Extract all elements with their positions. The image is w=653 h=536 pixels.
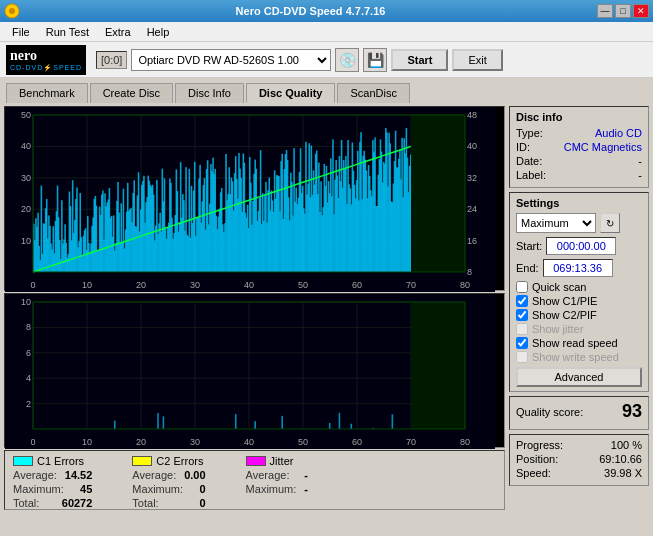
show-c1-pie-checkbox[interactable] — [516, 295, 528, 307]
quality-section: Quality score: 93 — [509, 396, 649, 430]
legend-c1-color — [13, 456, 33, 466]
quality-score-row: Quality score: 93 — [516, 401, 642, 422]
legend-c1-label: C1 Errors — [37, 455, 84, 467]
menu-run-test[interactable]: Run Test — [38, 24, 97, 40]
show-read-speed-row: Show read speed — [516, 337, 642, 349]
secondary-chart — [4, 293, 505, 448]
position-value: 69:10.66 — [599, 453, 642, 465]
legend-c1-header: C1 Errors — [13, 455, 92, 467]
menu-help[interactable]: Help — [139, 24, 178, 40]
settings-start-input[interactable] — [546, 237, 616, 255]
disc-info-section: Disc info Type: Audio CD ID: CMC Magneti… — [509, 106, 649, 188]
main-content: C1 Errors Average: 14.52 Maximum: 45 Tot… — [0, 102, 653, 532]
maximize-button[interactable]: □ — [615, 4, 631, 18]
settings-refresh-button[interactable]: ↻ — [600, 213, 620, 233]
right-panel: Disc info Type: Audio CD ID: CMC Magneti… — [509, 106, 649, 528]
settings-title: Settings — [516, 197, 642, 209]
show-read-speed-label: Show read speed — [532, 337, 618, 349]
exit-button[interactable]: Exit — [452, 49, 502, 71]
progress-value: 100 % — [611, 439, 642, 451]
legend-c1-max-value: 45 — [80, 483, 92, 495]
main-chart — [4, 106, 505, 291]
legend-c2-avg-label: Average: — [132, 469, 176, 481]
show-jitter-label: Show jitter — [532, 323, 583, 335]
toolbar: nero CD-DVD⚡SPEED [0:0] Optiarc DVD RW A… — [0, 42, 653, 78]
tab-bar: Benchmark Create Disc Disc Info Disc Qua… — [0, 78, 653, 102]
disc-label-label: Label: — [516, 169, 546, 181]
show-write-speed-checkbox[interactable] — [516, 351, 528, 363]
legend-c1-avg-value: 14.52 — [65, 469, 93, 481]
speed-value: 39.98 X — [604, 467, 642, 479]
legend-c1-max-label: Maximum: — [13, 483, 64, 495]
close-button[interactable]: ✕ — [633, 4, 649, 18]
progress-label: Progress: — [516, 439, 563, 451]
disc-id-value: CMC Magnetics — [564, 141, 642, 153]
settings-speed-combo[interactable]: Maximum — [516, 213, 596, 233]
disc-date-value: - — [638, 155, 642, 167]
minimize-button[interactable]: — — [597, 4, 613, 18]
settings-end-input[interactable] — [543, 259, 613, 277]
quick-scan-label: Quick scan — [532, 281, 586, 293]
legend-c2-max-row: Maximum: 0 — [132, 483, 205, 495]
quick-scan-row: Quick scan — [516, 281, 642, 293]
legend-jitter-header: Jitter — [246, 455, 308, 467]
legend-c2-total-label: Total: — [132, 497, 158, 509]
disc-label-value: - — [638, 169, 642, 181]
tab-disc-quality[interactable]: Disc Quality — [246, 83, 336, 103]
progress-section: Progress: 100 % Position: 69:10.66 Speed… — [509, 434, 649, 486]
tab-create-disc[interactable]: Create Disc — [90, 83, 173, 103]
show-c2-pif-checkbox[interactable] — [516, 309, 528, 321]
app-icon — [4, 3, 20, 19]
legend-c1-max-row: Maximum: 45 — [13, 483, 92, 495]
drive-label: [0:0] — [96, 51, 127, 69]
legend-c2-total-row: Total: 0 — [132, 497, 205, 509]
nero-logo-sub: CD-DVD⚡SPEED — [10, 64, 82, 72]
legend-jitter-max-value: - — [304, 483, 308, 495]
drive-selector: [0:0] Optiarc DVD RW AD-5260S 1.00 — [96, 49, 331, 71]
advanced-button[interactable]: Advanced — [516, 367, 642, 387]
legend-jitter-max-row: Maximum: - — [246, 483, 308, 495]
legend-jitter-average-row: Average: - — [246, 469, 308, 481]
position-row: Position: 69:10.66 — [516, 453, 642, 465]
speed-row: Speed: 39.98 X — [516, 467, 642, 479]
disc-label-row: Label: - — [516, 169, 642, 181]
disc-date-label: Date: — [516, 155, 542, 167]
legend-c1-total-row: Total: 60272 — [13, 497, 92, 509]
menu-extra[interactable]: Extra — [97, 24, 139, 40]
show-jitter-checkbox[interactable] — [516, 323, 528, 335]
position-label: Position: — [516, 453, 558, 465]
legend-jitter-max-label: Maximum: — [246, 483, 297, 495]
quick-scan-checkbox[interactable] — [516, 281, 528, 293]
legend-c2: C2 Errors Average: 0.00 Maximum: 0 Total… — [132, 455, 205, 505]
disc-info-title: Disc info — [516, 111, 642, 123]
legend-c1-average-row: Average: 14.52 — [13, 469, 92, 481]
disc-id-label: ID: — [516, 141, 530, 153]
tab-scan-disc[interactable]: ScanDisc — [337, 83, 409, 103]
quality-score-value: 93 — [622, 401, 642, 422]
settings-section: Settings Maximum ↻ Start: End: Quick sca… — [509, 192, 649, 392]
show-c2-pif-label: Show C2/PIF — [532, 309, 597, 321]
legend-c1-total-label: Total: — [13, 497, 39, 509]
start-button[interactable]: Start — [391, 49, 448, 71]
save-icon-button[interactable]: 💾 — [363, 48, 387, 72]
legend-c2-average-row: Average: 0.00 — [132, 469, 205, 481]
legend-jitter: Jitter Average: - Maximum: - — [246, 455, 308, 505]
drive-combo[interactable]: Optiarc DVD RW AD-5260S 1.00 — [131, 49, 331, 71]
show-write-speed-label: Show write speed — [532, 351, 619, 363]
chart-area: C1 Errors Average: 14.52 Maximum: 45 Tot… — [4, 106, 505, 528]
disc-type-row: Type: Audio CD — [516, 127, 642, 139]
disc-icon-button[interactable]: 💿 — [335, 48, 359, 72]
legend-c2-avg-value: 0.00 — [184, 469, 205, 481]
disc-id-row: ID: CMC Magnetics — [516, 141, 642, 153]
tab-benchmark[interactable]: Benchmark — [6, 83, 88, 103]
svg-point-1 — [9, 8, 15, 14]
show-jitter-row: Show jitter — [516, 323, 642, 335]
settings-start-row: Start: — [516, 237, 642, 255]
tab-disc-info[interactable]: Disc Info — [175, 83, 244, 103]
menu-file[interactable]: File — [4, 24, 38, 40]
show-read-speed-checkbox[interactable] — [516, 337, 528, 349]
show-write-speed-row: Show write speed — [516, 351, 642, 363]
settings-end-label: End: — [516, 262, 539, 274]
legend-c2-color — [132, 456, 152, 466]
disc-date-row: Date: - — [516, 155, 642, 167]
